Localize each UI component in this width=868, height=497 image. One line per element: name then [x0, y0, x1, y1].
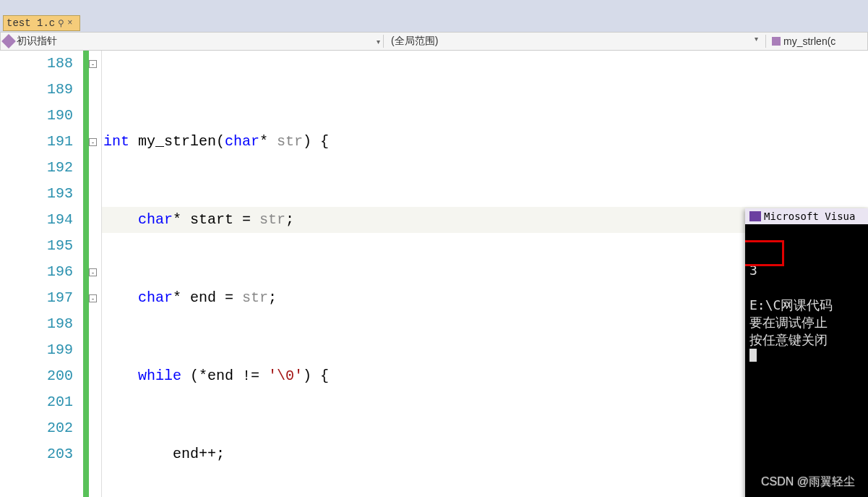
line-number: 200 [0, 363, 73, 389]
close-icon[interactable]: × [67, 18, 72, 28]
breadcrumb-member[interactable]: (全局范围) ▾ [384, 35, 766, 48]
line-number: 194 [0, 207, 73, 233]
line-number: 201 [0, 389, 73, 415]
console-cursor [749, 349, 757, 362]
file-tab[interactable]: test 1.c ⚲ × [3, 15, 80, 31]
line-number: 199 [0, 337, 73, 363]
code-editor[interactable]: 188 189 190 191 192 193 194 195 196 197 … [0, 51, 868, 497]
chevron-down-icon: ▾ [377, 38, 380, 46]
breadcrumb-bar: 初识指针 ▾ (全局范围) ▾ my_strlen(c [0, 32, 868, 51]
console-line: 要在调试停止 [749, 315, 828, 330]
line-number: 197 [0, 285, 73, 311]
breadcrumb-scope[interactable]: 初识指针 ▾ [1, 35, 384, 48]
breadcrumb-function-label: my_strlen(c [783, 35, 835, 47]
highlight-annotation [745, 240, 784, 266]
console-line: E:\C网课代码 [749, 297, 833, 313]
fold-toggle[interactable]: - [89, 138, 97, 146]
line-number: 193 [0, 181, 73, 207]
fold-toggle[interactable]: - [89, 268, 97, 276]
vs-badge-icon [749, 211, 761, 221]
fold-toggle[interactable]: - [89, 294, 97, 302]
file-tab-label: test 1.c [7, 17, 55, 29]
watermark: CSDN @雨翼轻尘 [761, 475, 855, 490]
breadcrumb-scope-label: 初识指针 [17, 35, 57, 48]
console-title-text: Microsoft Visua [764, 211, 855, 222]
line-number: 195 [0, 233, 73, 259]
line-number: 191 [0, 129, 73, 155]
line-number: 192 [0, 155, 73, 181]
line-number: 202 [0, 415, 73, 441]
pin-icon[interactable]: ⚲ [58, 18, 64, 29]
line-number: 203 [0, 441, 73, 467]
console-line: 按任意键关闭 [749, 332, 828, 347]
method-icon [772, 37, 781, 46]
console-window[interactable]: Microsoft Visua 3 E:\C网课代码 要在调试停止 按任意键关闭 [745, 208, 868, 497]
line-number: 198 [0, 311, 73, 337]
line-number: 196 [0, 259, 73, 285]
modified-strip [83, 51, 89, 497]
fold-toggle[interactable]: - [89, 60, 97, 68]
console-titlebar[interactable]: Microsoft Visua [745, 208, 868, 224]
window-top [0, 0, 868, 14]
line-number: 188 [0, 51, 73, 77]
chevron-down-icon: ▾ [755, 35, 758, 43]
breadcrumb-member-label: (全局范围) [391, 35, 438, 46]
line-number: 189 [0, 77, 73, 103]
console-output: 3 E:\C网课代码 要在调试停止 按任意键关闭 [745, 224, 868, 497]
code-line: int my_strlen(char* str) { [103, 129, 868, 155]
line-number-gutter: 188 189 190 191 192 193 194 195 196 197 … [0, 51, 83, 497]
fold-gutter: - - - - [89, 51, 102, 497]
breadcrumb-function[interactable]: my_strlen(c [766, 35, 867, 47]
file-tab-bar: test 1.c ⚲ × [0, 14, 868, 32]
project-icon [1, 34, 16, 48]
line-number: 190 [0, 103, 73, 129]
